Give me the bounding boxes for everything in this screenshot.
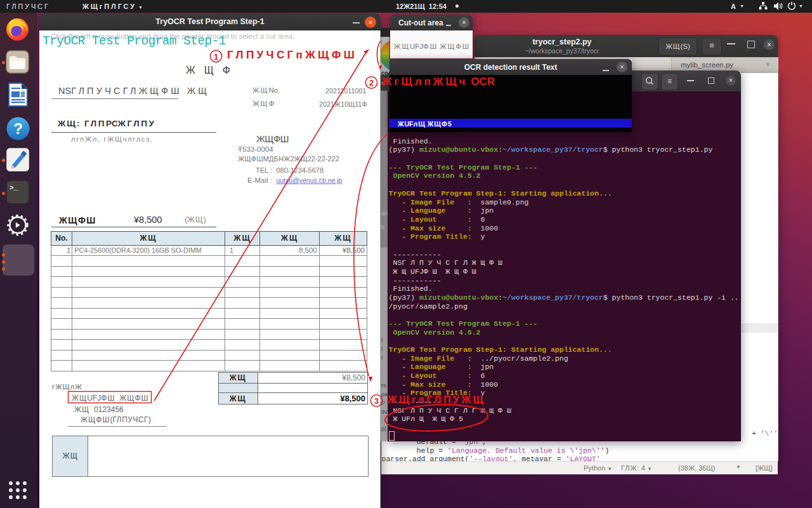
svg-text:2: 2 (369, 78, 374, 88)
svg-text:1: 1 (214, 52, 218, 62)
svg-text:3: 3 (374, 396, 379, 406)
